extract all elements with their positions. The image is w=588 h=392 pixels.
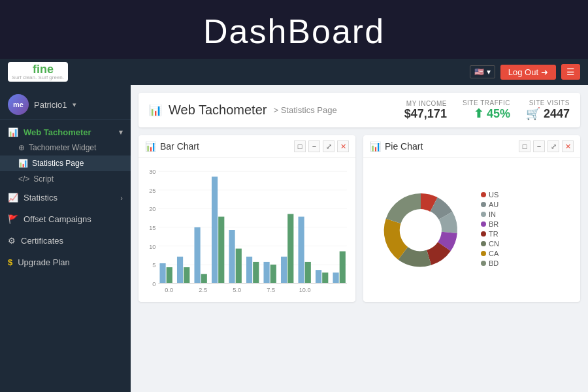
main-layout: me Patricio1 ▾ 📊 Web Tachometer ▾ ⊕ Tach… (0, 85, 588, 392)
svg-text:15: 15 (149, 225, 155, 231)
flag-button[interactable]: 🇺🇸 ▾ (470, 65, 495, 78)
sidebar-item-statistics[interactable]: 📈 Statistics › (0, 187, 131, 208)
svg-rect-25 (253, 262, 259, 284)
svg-rect-30 (298, 217, 304, 284)
svg-rect-29 (287, 214, 293, 284)
bar-chart-body: 30 25 20 15 10 5 0 (139, 158, 355, 302)
legend-au: AU (481, 201, 499, 208)
pie-svg (368, 178, 473, 282)
pie-chart-minimize[interactable]: − (533, 140, 545, 152)
page-title: Web Tachometer (169, 103, 267, 118)
sidebar-item-certificates[interactable]: ⚙ Certificates (0, 230, 131, 252)
svg-rect-19 (201, 274, 207, 283)
stat-visits: SITE VISITS 🛒 2447 (526, 99, 570, 121)
page-title-section: 📊 Web Tachometer > Statistics Page (149, 103, 337, 118)
dashboard-title: DashBoard (203, 12, 385, 51)
username[interactable]: Patricio1 (34, 100, 67, 110)
legend-tr: TR (481, 230, 499, 238)
svg-rect-35 (340, 252, 346, 284)
svg-text:0.0: 0.0 (165, 287, 173, 293)
chart-icon: 📊 (149, 104, 162, 116)
sidebar: me Patricio1 ▾ 📊 Web Tachometer ▾ ⊕ Tach… (0, 85, 131, 392)
svg-text:20: 20 (149, 206, 155, 212)
svg-rect-28 (281, 257, 287, 284)
svg-text:0: 0 (152, 281, 155, 287)
sidebar-sub-tachometer-widget[interactable]: ⊕ Tachometer Widget (0, 140, 131, 155)
legend-bd: BD (481, 259, 499, 267)
legend-ca: CA (481, 250, 499, 257)
svg-rect-22 (229, 230, 235, 284)
stat-income: MY INCOME $47,171 (404, 100, 447, 121)
pie-chart-title: 📊 Pie Chart (370, 141, 423, 152)
svg-rect-34 (333, 272, 338, 283)
svg-text:10: 10 (149, 244, 155, 250)
sidebar-item-upgrade-plan[interactable]: $ Upgrade Plan (0, 252, 131, 273)
svg-rect-20 (212, 176, 218, 283)
legend-in: IN (481, 210, 499, 218)
svg-rect-14 (159, 263, 165, 284)
svg-text:7.5: 7.5 (267, 287, 275, 293)
svg-rect-15 (167, 267, 172, 283)
svg-rect-32 (316, 270, 321, 283)
legend-br: BR (481, 220, 499, 228)
svg-rect-21 (218, 217, 224, 284)
pie-chart-checkbox[interactable]: □ (519, 140, 531, 152)
brand: CO2fine Surf clean. Surf green. (8, 62, 68, 82)
navbar-right: 🇺🇸 ▾ Log Out ➜ ☰ (470, 64, 580, 80)
svg-text:10.0: 10.0 (299, 287, 311, 293)
stat-traffic: SITE TRAFFIC ⬆ 45% (463, 99, 510, 121)
svg-text:30: 30 (149, 169, 155, 175)
legend-cn: CN (481, 240, 499, 248)
user-section: me Patricio1 ▾ (0, 90, 131, 120)
top-header: DashBoard (0, 0, 588, 59)
logout-button[interactable]: Log Out ➜ (500, 65, 556, 80)
page-header: 📊 Web Tachometer > Statistics Page MY IN… (139, 93, 580, 127)
svg-rect-33 (322, 272, 328, 283)
bar-chart-minimize[interactable]: − (308, 140, 320, 152)
sidebar-item-web-tachometer[interactable]: 📊 Web Tachometer ▾ (0, 122, 131, 140)
pie-chart-header: 📊 Pie Chart □ − ⤢ ✕ (363, 135, 580, 158)
svg-rect-18 (194, 227, 200, 284)
svg-text:5: 5 (152, 262, 155, 269)
sidebar-sub-script[interactable]: </> Script (0, 171, 131, 187)
hamburger-button[interactable]: ☰ (561, 64, 580, 80)
sidebar-item-offset-campaigns[interactable]: 🚩 Offset Campaigns (0, 208, 131, 230)
pie-chart-panel: 📊 Pie Chart □ − ⤢ ✕ (363, 135, 580, 302)
svg-rect-24 (246, 257, 252, 284)
pie-legend: US AU IN (481, 191, 499, 269)
pie-chart-close[interactable]: ✕ (562, 140, 574, 152)
bar-chart-controls: □ − ⤢ ✕ (294, 140, 349, 152)
svg-rect-26 (263, 262, 269, 284)
svg-rect-16 (177, 257, 183, 284)
svg-rect-23 (236, 249, 242, 284)
bar-chart-panel: 📊 Bar Chart □ − ⤢ ✕ 30 (139, 135, 355, 302)
pie-chart-container: US AU IN (368, 161, 575, 299)
svg-rect-17 (184, 267, 189, 283)
avatar: me (8, 94, 29, 115)
svg-text:2.5: 2.5 (199, 287, 207, 293)
navbar: CO2fine Surf clean. Surf green. 🇺🇸 ▾ Log… (0, 59, 588, 85)
page-subtitle: > Statistics Page (273, 105, 336, 115)
content-area: 📊 Web Tachometer > Statistics Page MY IN… (131, 85, 588, 392)
bar-chart-expand[interactable]: ⤢ (323, 140, 335, 152)
charts-row: 📊 Bar Chart □ − ⤢ ✕ 30 (139, 135, 580, 302)
legend-us: US (481, 191, 499, 199)
bar-chart-svg: 30 25 20 15 10 5 0 (144, 161, 350, 299)
stats-row: MY INCOME $47,171 SITE TRAFFIC ⬆ 45% SIT… (404, 99, 570, 121)
brand-tagline: Surf clean. Surf green. (12, 75, 64, 80)
pie-chart-body: US AU IN (363, 158, 580, 302)
pie-chart-expand[interactable]: ⤢ (547, 140, 559, 152)
bar-chart-title: 📊 Bar Chart (145, 141, 199, 152)
svg-text:5.0: 5.0 (233, 287, 241, 293)
svg-text:25: 25 (149, 188, 155, 194)
bar-chart-close[interactable]: ✕ (337, 140, 349, 152)
bar-chart-header: 📊 Bar Chart □ − ⤢ ✕ (139, 135, 355, 158)
svg-rect-31 (305, 262, 311, 284)
pie-chart-controls: □ − ⤢ ✕ (519, 140, 574, 152)
svg-rect-27 (270, 265, 276, 284)
bar-chart-checkbox[interactable]: □ (294, 140, 306, 152)
sidebar-sub-statistics-page[interactable]: 📊 Statistics Page (0, 155, 131, 171)
app-container: CO2fine Surf clean. Surf green. 🇺🇸 ▾ Log… (0, 59, 588, 392)
svg-point-42 (401, 210, 441, 250)
